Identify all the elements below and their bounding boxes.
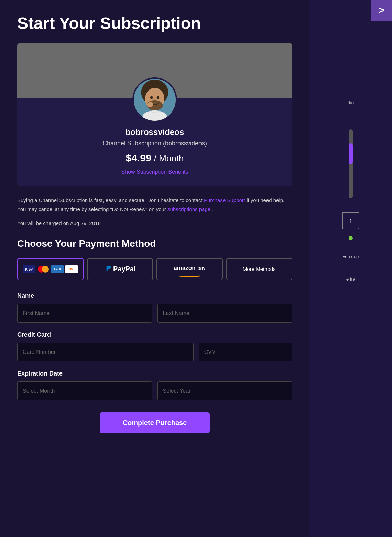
payment-methods: VISA AMEX DISC PayPal <box>17 258 292 280</box>
page-title: Start Your Subscription <box>17 14 292 33</box>
upload-icon: ↑ <box>349 216 353 225</box>
paypal-text: PayPal <box>113 265 136 273</box>
info-line1: Buying a Channel Subscription is fast, e… <box>17 197 203 203</box>
avatar-container <box>17 77 292 122</box>
close-icon: > <box>379 5 384 16</box>
svg-point-3 <box>150 96 153 99</box>
visa-icon: VISA <box>23 265 35 273</box>
amex-icon: AMEX <box>51 265 64 273</box>
price-line: $4.99 / Month <box>17 152 292 164</box>
price-period: / Month <box>154 153 184 164</box>
show-benefits[interactable]: Show Subscription Benefits <box>17 169 292 175</box>
info-text: Buying a Channel Subscription is fast, e… <box>17 196 292 213</box>
credit-card-section-title: Credit Card <box>17 331 292 338</box>
month-select[interactable]: Select Month January February March Apri… <box>17 381 152 400</box>
side-text-1: ttin <box>344 96 358 109</box>
payment-section-title: Choose Your Payment Method <box>17 238 292 249</box>
price: $4.99 <box>126 152 151 164</box>
subscriptions-page-link[interactable]: subscriptions page <box>167 206 210 212</box>
card-number-input[interactable] <box>17 343 194 361</box>
svg-marker-9 <box>199 275 200 277</box>
mastercard-icon <box>37 265 50 273</box>
amazon-pay-logo: amazon pay <box>174 265 205 273</box>
side-text-3: e tra <box>343 273 359 285</box>
name-section-title: Name <box>17 292 292 299</box>
upload-button[interactable]: ↑ <box>342 212 359 229</box>
complete-purchase-button[interactable]: Complete Purchase <box>100 412 210 433</box>
purchase-support-link[interactable]: Purchase Support <box>204 197 245 203</box>
last-name-input[interactable] <box>157 304 293 323</box>
info-line1-end: if you need help. <box>247 197 284 203</box>
expiration-section-title: Expiration Date <box>17 370 292 377</box>
more-methods-label: More Methods <box>243 266 276 272</box>
payment-btn-more[interactable]: More Methods <box>226 258 293 280</box>
svg-point-4 <box>157 96 160 99</box>
payment-btn-amazon[interactable]: amazon pay <box>156 258 223 280</box>
card-icons: VISA AMEX DISC <box>20 265 81 273</box>
subscription-card: bobrossvideos Channel Subscription (bobr… <box>17 43 292 186</box>
channel-name: bobrossvideos <box>17 127 292 137</box>
benefits-link[interactable]: Show Subscription Benefits <box>121 169 188 175</box>
close-button[interactable]: > <box>371 0 392 21</box>
payment-btn-paypal[interactable]: PayPal <box>87 258 153 280</box>
subscription-label: Channel Subscription (bobrossvideos) <box>17 140 292 147</box>
avatar <box>132 77 177 122</box>
year-select[interactable]: Select Year 2018 2019 2020 2021 2022 202… <box>157 381 293 400</box>
info-line2-end: . <box>212 206 213 212</box>
first-name-input[interactable] <box>17 304 152 323</box>
discover-icon: DISC <box>65 265 78 273</box>
info-line2: You may cancel at any time by selecting … <box>17 206 166 212</box>
cvv-input[interactable] <box>199 343 292 361</box>
name-row <box>17 304 292 323</box>
credit-card-row <box>17 343 292 361</box>
paypal-logo: PayPal <box>104 265 136 273</box>
side-text-2: you dep <box>339 251 362 263</box>
status-dot <box>349 236 353 240</box>
main-panel: Start Your Subscription <box>0 0 309 537</box>
payment-btn-credit-card[interactable]: VISA AMEX DISC <box>17 258 84 280</box>
expiry-row: Select Month January February March Apri… <box>17 381 292 400</box>
side-panel: > ttin ↑ you dep e tra <box>309 0 392 537</box>
charge-date: You will be charged on Aug 29, 2018 <box>17 220 292 226</box>
